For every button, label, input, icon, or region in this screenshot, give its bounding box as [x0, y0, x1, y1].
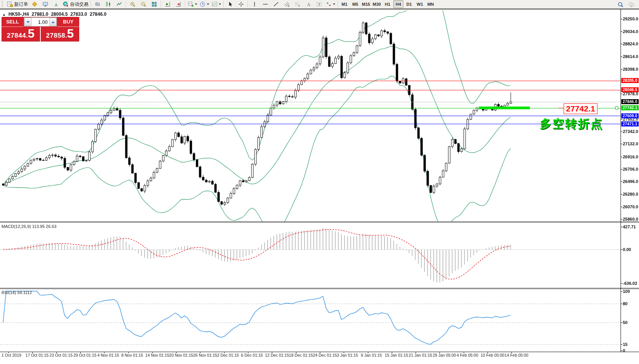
timeframe-m30-button[interactable]: M30	[372, 0, 382, 8]
svg-text:T: T	[318, 3, 321, 7]
date-tick-label: 1 Oct 2019	[2, 353, 21, 357]
crosshair-button[interactable]	[236, 0, 246, 8]
new-order-button-label: 新订单	[14, 1, 28, 8]
sell-button[interactable]: SELL	[2, 17, 23, 27]
text-button[interactable]: A	[303, 0, 314, 8]
price-tick-label: 25860.0	[623, 217, 639, 221]
line-icon	[116, 1, 122, 7]
text-label-button[interactable]: T	[314, 0, 324, 8]
chart-canvas[interactable]	[0, 0, 639, 364]
new-order-button[interactable]: 新订单	[6, 0, 29, 8]
trendline-button[interactable]	[271, 0, 281, 8]
volume-input[interactable]	[32, 18, 49, 26]
timeframe-h4-button[interactable]: H4	[393, 0, 403, 8]
timeframe-d1-button[interactable]: D1	[404, 0, 414, 8]
level-price-badge: 28205.0	[621, 78, 639, 83]
svg-text:F: F	[299, 5, 300, 7]
timeframe-w1-button[interactable]: W1	[415, 0, 425, 8]
timeframe-m1-button[interactable]: M1	[339, 0, 349, 8]
svg-text:E: E	[288, 5, 290, 7]
zoom-in-button[interactable]	[127, 0, 138, 8]
template-icon	[211, 1, 218, 7]
price-tick-label: 27132.0	[623, 141, 639, 146]
timeframe-mn-button[interactable]: MN	[426, 0, 436, 8]
volume-up-button[interactable]	[49, 18, 57, 26]
rsi-axis-label: 0	[623, 348, 639, 353]
shift-icon	[175, 1, 181, 7]
auto-trading-button[interactable]: 自动交易	[62, 0, 90, 8]
toolbar-right-icons	[615, 0, 637, 9]
signal-icon	[53, 1, 59, 7]
line-chart-button[interactable]	[114, 0, 125, 8]
textT-icon: T	[316, 1, 322, 7]
buy-button[interactable]: BUY	[57, 17, 79, 27]
price-tick-label: 26916.0	[623, 155, 639, 159]
bar-chart-button[interactable]	[92, 0, 103, 8]
horizontal-line-button[interactable]	[260, 0, 271, 8]
price-tick-label: 26496.0	[623, 179, 639, 184]
buy-price[interactable]: 27858.5	[41, 27, 79, 42]
auto-scroll-button[interactable]	[162, 0, 173, 8]
rsi-axis-label: 15	[623, 342, 639, 347]
toolbar-separator	[161, 1, 161, 8]
search-button[interactable]	[615, 0, 626, 9]
collapse-panel-icon[interactable]: ▲	[2, 13, 6, 17]
volume-down-button[interactable]	[24, 18, 32, 26]
vline-icon	[251, 1, 258, 7]
price-tick-label: 26070.0	[623, 204, 639, 209]
fibonacci-button[interactable]: F	[292, 0, 303, 8]
indicators-button[interactable]	[186, 0, 198, 8]
toolbar-separator	[248, 1, 248, 8]
date-tick-label: 8 Nov 01:15	[121, 353, 143, 357]
timeframe-m5-button[interactable]: M5	[350, 0, 360, 8]
buy-price-pips: 5	[67, 28, 74, 38]
chat-button[interactable]	[626, 0, 637, 9]
timeframe-m15-button[interactable]: M15	[361, 0, 371, 8]
equidistant-channel-button[interactable]: E	[281, 0, 292, 8]
date-tick-label: 2 Dec 01:15	[217, 353, 239, 357]
date-tick-label: 10 Feb 05:00	[481, 353, 504, 357]
date-tick-label: 29 Jan 05:00	[433, 353, 456, 357]
level-price-badge: 27609.0	[621, 113, 639, 118]
svg-text:A: A	[307, 2, 311, 7]
clock-icon	[200, 1, 206, 7]
periods-button[interactable]	[198, 0, 210, 8]
chart-shift-button[interactable]	[173, 0, 184, 8]
date-tick-label: 4 Nov 01:15	[97, 353, 119, 357]
arrows-button[interactable]	[324, 0, 336, 8]
price-tick-label: 29034.0	[623, 29, 639, 34]
cursor-button[interactable]	[225, 0, 236, 8]
terminal-button[interactable]	[40, 0, 51, 8]
level-price-badge: 28046.5	[621, 87, 639, 92]
price-callout-label: 27742.1	[564, 103, 597, 114]
date-tick-label: 18 Dec 01:15	[289, 353, 313, 357]
ohlc-low: 27833.0	[70, 12, 87, 17]
date-tick-label: 3 Jan 01:15	[337, 353, 358, 357]
toolbar-separator	[126, 1, 126, 8]
toolbar-separator	[223, 1, 224, 8]
sell-price[interactable]: 27844.5	[2, 27, 41, 42]
date-tick-label: 9 Jan 01:15	[361, 353, 382, 357]
indicators-icon	[188, 1, 194, 7]
tiles-icon	[151, 1, 157, 7]
chevron-down-icon	[333, 3, 335, 5]
symbol-name: HK50-,H4	[8, 12, 29, 17]
trendline-icon	[273, 1, 279, 7]
vertical-line-button[interactable]	[249, 0, 260, 8]
market-watch-button[interactable]	[29, 0, 40, 8]
candlestick-chart-button[interactable]	[103, 0, 114, 8]
timeframe-h1-button[interactable]: H1	[383, 0, 393, 8]
zoom-out-button[interactable]	[138, 0, 149, 8]
textA-icon: A	[305, 1, 311, 7]
shapes-icon	[326, 1, 332, 7]
tile-windows-button[interactable]	[149, 0, 160, 8]
date-tick-label: 20 Nov 01:15	[169, 353, 193, 357]
level-price-badge: 27742.1	[621, 105, 639, 110]
strategy-tester-button[interactable]	[51, 0, 62, 8]
price-tick-label: 26706.0	[623, 167, 639, 171]
templates-button[interactable]	[210, 0, 222, 8]
price-tick-label: 29250.0	[623, 17, 639, 21]
autotrade-icon	[63, 1, 69, 7]
sell-price-main: 27844	[7, 32, 26, 40]
macd-indicator-label: MACD(12,26,9) 113.95 26.63	[2, 224, 57, 229]
